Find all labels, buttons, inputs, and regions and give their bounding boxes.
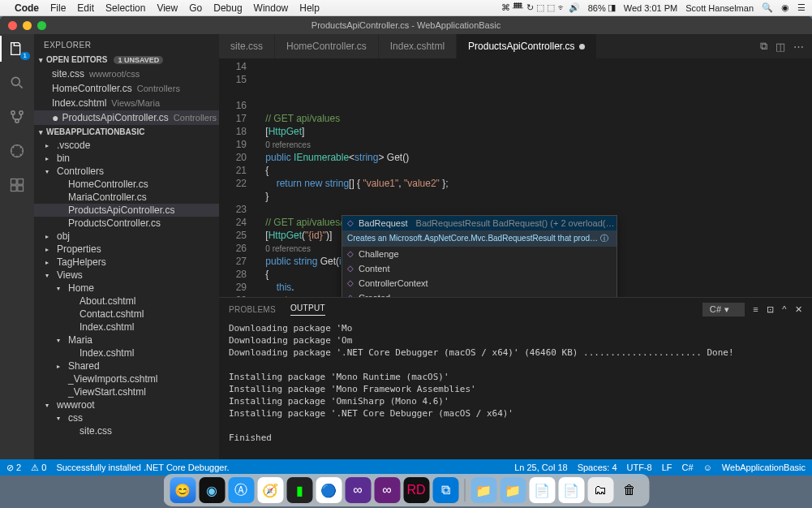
dock-vs[interactable]: ∞ — [345, 477, 371, 503]
code-editor[interactable]: 1415161718192021222324252627282930313233… — [219, 58, 812, 297]
tab-output[interactable]: OUTPUT — [290, 304, 325, 316]
close-icon[interactable] — [8, 21, 17, 30]
explorer-icon[interactable]: 1 — [7, 39, 27, 58]
project-header[interactable]: ▾ WEBAPPLICATIONBASIC — [34, 125, 219, 139]
dock-doc1[interactable]: 📄 — [529, 477, 555, 503]
dock-vs2[interactable]: ∞ — [374, 477, 400, 503]
tree-file[interactable]: ProductsApiController.cs — [34, 204, 219, 217]
more-icon[interactable]: ⋯ — [793, 41, 804, 53]
open-editor-item[interactable]: site.csswwwroot/css — [34, 67, 219, 81]
dock-finder[interactable]: 😊 — [170, 477, 195, 503]
debug-icon[interactable] — [7, 141, 27, 161]
tree-folder[interactable]: ▾Views — [34, 269, 219, 282]
intellisense-popup[interactable]: ◇BadRequestBadRequestResult BadRequest()… — [342, 215, 617, 297]
encoding[interactable]: UTF-8 — [627, 463, 652, 472]
tree-folder[interactable]: ▸bin — [34, 152, 219, 165]
mac-dock[interactable]: 😊 ◉ Ⓐ 🧭 ▮ 🔵 ∞ ∞ RD ⧉ 📁 📁 📄 📄 🗂 🗑 — [163, 474, 649, 506]
extensions-icon[interactable] — [7, 175, 27, 195]
open-log-icon[interactable]: ⊡ — [767, 304, 774, 315]
tree-file[interactable]: ProductsController.cs — [34, 217, 219, 230]
traffic-lights[interactable] — [8, 21, 46, 30]
tree-folder[interactable]: ▾wwwroot — [34, 398, 219, 411]
tree-folder[interactable]: ▸.vscode — [34, 139, 219, 152]
tree-folder[interactable]: ▸TagHelpers — [34, 256, 219, 269]
split-compare-icon[interactable]: ⧉ — [760, 40, 767, 53]
dock-code[interactable]: ⧉ — [432, 477, 458, 503]
intellisense-item[interactable]: ◇BadRequestBadRequestResult BadRequest()… — [342, 216, 617, 230]
open-editor-item[interactable]: HomeController.csControllers — [34, 81, 219, 96]
tree-file[interactable]: Index.cshtml — [34, 347, 219, 359]
menu-go[interactable]: Go — [189, 2, 202, 14]
tree-folder[interactable]: ▸Shared — [34, 359, 219, 372]
menu-debug[interactable]: Debug — [213, 2, 242, 14]
feedback-icon[interactable]: ☺ — [703, 463, 712, 472]
intellisense-item[interactable]: ◇Content — [342, 261, 617, 276]
output-body[interactable]: Downloading package 'Mo Downloading pack… — [219, 321, 812, 459]
errors-count[interactable]: ⊘ 2 — [6, 463, 21, 473]
close-panel-icon[interactable]: ✕ — [795, 304, 802, 315]
tree-file[interactable]: MariaController.cs — [34, 191, 219, 204]
intellisense-item[interactable]: ◇ControllerContext — [342, 276, 617, 291]
open-editors-header[interactable]: ▾ OPEN EDITORS 1 UNSAVED — [34, 53, 219, 67]
menu-selection[interactable]: Selection — [105, 2, 145, 14]
siri-icon[interactable]: ◉ — [781, 2, 789, 13]
tree-folder[interactable]: ▾css — [34, 411, 219, 424]
indentation[interactable]: Spaces: 4 — [578, 463, 617, 472]
open-editor-item[interactable]: ●ProductsApiController.csControllers — [34, 110, 219, 125]
menu-app[interactable]: Code — [15, 2, 39, 14]
tree-file[interactable]: Contact.cshtml — [34, 308, 219, 321]
tree-folder[interactable]: ▾Controllers — [34, 165, 219, 178]
dock-trash[interactable]: 🗑 — [617, 477, 642, 503]
svg-point-1 — [11, 111, 15, 114]
dock-folder[interactable]: 📁 — [470, 477, 496, 503]
tree-file[interactable]: _ViewImports.cshtml — [34, 372, 219, 385]
tree-file[interactable]: Index.cshtml — [34, 321, 219, 334]
git-icon[interactable] — [7, 107, 27, 127]
minimize-icon[interactable] — [23, 21, 32, 30]
cursor-position[interactable]: Ln 25, Col 18 — [514, 463, 567, 472]
output-channel-select[interactable]: C# ▾ — [702, 303, 745, 316]
intellisense-item[interactable]: ◇Created — [342, 291, 617, 297]
dock-siri[interactable]: ◉ — [199, 477, 225, 503]
language-mode[interactable]: C# — [682, 463, 694, 472]
menu-view[interactable]: View — [157, 2, 178, 14]
tree-folder[interactable]: ▾Maria — [34, 334, 219, 347]
maximize-panel-icon[interactable]: ^ — [782, 304, 786, 314]
dock-rider[interactable]: RD — [403, 477, 429, 503]
project-name[interactable]: WebApplicationBasic — [722, 463, 806, 472]
menu-help[interactable]: Help — [299, 2, 320, 14]
maximize-icon[interactable] — [37, 21, 46, 30]
eol[interactable]: LF — [662, 463, 672, 472]
editor-tab[interactable]: HomeController.cs — [275, 34, 379, 58]
tree-file[interactable]: _ViewStart.cshtml — [34, 385, 219, 398]
intellisense-item[interactable]: ◇Challenge — [342, 247, 617, 261]
editor-tab[interactable]: Index.cshtml — [379, 34, 457, 58]
search-icon[interactable]: 🔍 — [762, 2, 773, 13]
code-body[interactable]: ◇BadRequestBadRequestResult BadRequest()… — [255, 58, 812, 297]
split-editor-icon[interactable]: ◫ — [775, 41, 785, 53]
editor-tab[interactable]: ProductsApiController.cs — [457, 34, 597, 58]
dock-chrome[interactable]: 🔵 — [316, 477, 342, 503]
dock-safari[interactable]: 🧭 — [257, 477, 283, 503]
warnings-count[interactable]: ⚠ 0 — [31, 463, 46, 473]
tree-file[interactable]: HomeController.cs — [34, 178, 219, 191]
dock-folder2[interactable]: 📁 — [500, 477, 526, 503]
menu-window[interactable]: Window — [254, 2, 289, 14]
clear-output-icon[interactable]: ≡ — [753, 304, 758, 314]
dock-doc2[interactable]: 📄 — [558, 477, 584, 503]
tree-file[interactable]: About.cshtml — [34, 295, 219, 308]
tree-folder[interactable]: ▸Properties — [34, 243, 219, 256]
search-icon[interactable] — [7, 73, 27, 93]
notification-icon[interactable]: ☰ — [797, 2, 806, 13]
tree-folder[interactable]: ▾Home — [34, 282, 219, 295]
editor-tab[interactable]: site.css — [219, 34, 275, 58]
tree-file[interactable]: site.css — [34, 424, 219, 437]
tree-folder[interactable]: ▸obj — [34, 230, 219, 243]
dock-stack[interactable]: 🗂 — [587, 477, 613, 503]
open-editor-item[interactable]: Index.cshtmlViews/Maria — [34, 96, 219, 110]
tab-problems[interactable]: PROBLEMS — [229, 305, 276, 314]
dock-appstore[interactable]: Ⓐ — [228, 477, 254, 503]
dock-terminal[interactable]: ▮ — [286, 477, 312, 503]
menu-edit[interactable]: Edit — [77, 2, 94, 14]
menu-file[interactable]: File — [50, 2, 66, 14]
